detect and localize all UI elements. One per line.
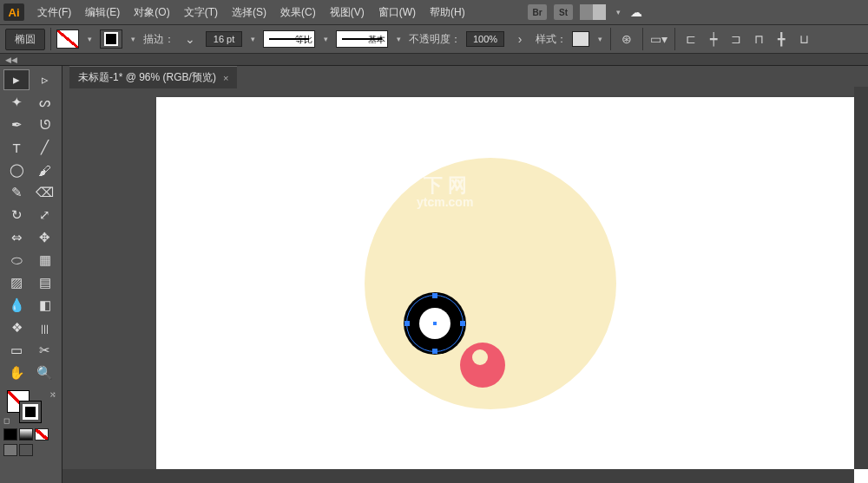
pen-tool[interactable]: ✒ (3, 114, 30, 135)
paintbrush-tool[interactable]: 🖌 (32, 160, 58, 180)
align-bottom-icon[interactable]: ⊔ (793, 29, 814, 49)
opacity-field[interactable]: 100% (466, 31, 504, 47)
opacity-dropdown-icon[interactable]: › (510, 29, 530, 49)
tool-panel: ▸ ▹ ✦ ᔕ ✒ ᘎ T ╱ ◯ 🖌 ✎ ⌫ ↻ ⤢ ⇔ ✥ ⬭ ▦ ▨ ▤ … (0, 66, 62, 483)
stroke-dropdown-icon[interactable]: ▾ (128, 35, 138, 43)
align-vcenter-icon[interactable]: ╋ (771, 29, 792, 49)
canvas-area[interactable]: 未标题-1* @ 96% (RGB/预览) × 下 网 ytcm.com (62, 66, 868, 483)
brush-dropdown-icon[interactable]: ▾ (393, 35, 404, 43)
variable-width-profile[interactable]: 等比 (263, 30, 315, 48)
fill-dropdown-icon[interactable]: ▾ (84, 35, 95, 43)
stock-icon[interactable]: St (554, 4, 573, 20)
artboard[interactable]: 下 网 ytcm.com (156, 97, 868, 483)
selection-type-label: 椭圆 (5, 29, 45, 50)
hand-tool[interactable]: ✋ (3, 362, 30, 383)
selection-handle-right[interactable] (460, 321, 465, 326)
rotate-tool[interactable]: ↻ (3, 205, 30, 225)
color-mode-gradient[interactable] (19, 428, 33, 441)
menu-object[interactable]: 对象(O) (128, 2, 175, 23)
menu-select[interactable]: 选择(S) (226, 2, 273, 23)
opacity-label: 不透明度： (409, 32, 461, 47)
swap-fill-stroke-icon[interactable]: ⤭ (49, 390, 56, 399)
artboard-tool[interactable]: ▭ (3, 340, 30, 361)
lasso-tool[interactable]: ᔕ (32, 92, 58, 113)
sync-icon[interactable]: ☁ (630, 5, 642, 19)
menu-bar: Ai 文件(F) 编辑(E) 对象(O) 文字(T) 选择(S) 效果(C) 视… (0, 0, 868, 24)
curvature-tool[interactable]: ᘎ (32, 114, 58, 135)
selection-handle-top[interactable] (432, 293, 437, 298)
width-tool[interactable]: ⇔ (3, 227, 30, 248)
horizontal-scrollbar[interactable] (62, 469, 854, 483)
graphic-style-swatch[interactable] (572, 31, 589, 47)
artwork-pink-circle[interactable] (460, 343, 505, 388)
screen-mode-full-icon[interactable] (19, 444, 33, 456)
artwork-ring-selected[interactable] (404, 292, 466, 355)
style-dropdown-icon[interactable]: ▾ (595, 35, 605, 43)
recolor-icon[interactable]: ⊛ (616, 29, 637, 49)
direct-selection-tool[interactable]: ▹ (32, 69, 58, 90)
separator (610, 28, 611, 50)
menu-effect[interactable]: 效果(C) (274, 2, 322, 23)
mesh-tool[interactable]: ▨ (3, 272, 30, 293)
close-tab-icon[interactable]: × (223, 73, 228, 83)
color-mode-row (0, 428, 62, 444)
document-tab[interactable]: 未标题-1* @ 96% (RGB/预览) × (69, 66, 237, 88)
vertical-scrollbar[interactable] (854, 87, 868, 469)
selection-handle-left[interactable] (404, 321, 410, 326)
selection-tool[interactable]: ▸ (3, 69, 30, 90)
color-mode-solid[interactable] (3, 428, 17, 441)
workspace-switcher[interactable] (580, 4, 606, 20)
color-mode-none[interactable] (35, 428, 49, 441)
type-tool[interactable]: T (3, 137, 30, 158)
stroke-weight-dropdown-icon[interactable]: ▾ (247, 35, 258, 43)
profile-dropdown-icon[interactable]: ▾ (320, 35, 331, 43)
menu-view[interactable]: 视图(V) (324, 2, 371, 23)
menu-edit[interactable]: 编辑(E) (79, 2, 126, 23)
line-tool[interactable]: ╱ (32, 137, 58, 158)
shape-builder-tool[interactable]: ⬭ (3, 250, 30, 271)
align-artboard-icon[interactable]: ▭▾ (648, 29, 669, 49)
scale-tool[interactable]: ⤢ (32, 205, 58, 225)
stroke-weight-field[interactable]: 16 pt (206, 31, 242, 47)
screen-mode-normal-icon[interactable] (3, 444, 17, 456)
eyedropper-tool[interactable]: 💧 (3, 295, 30, 316)
selection-center-icon (433, 322, 437, 325)
collapse-icon: ◀◀ (5, 55, 17, 64)
gradient-tool[interactable]: ▤ (32, 272, 58, 293)
align-left-icon[interactable]: ⊏ (681, 29, 701, 49)
separator (642, 28, 643, 50)
zoom-tool[interactable]: 🔍 (32, 362, 58, 383)
screen-mode-row (0, 444, 62, 460)
fill-stroke-indicator[interactable]: ⤭ ◻ (3, 390, 58, 425)
perspective-tool[interactable]: ▦ (32, 250, 58, 271)
blend-tool[interactable]: ◧ (32, 295, 58, 316)
eraser-tool[interactable]: ⌫ (32, 182, 58, 203)
menu-type[interactable]: 文字(T) (178, 2, 224, 23)
default-fill-stroke-icon[interactable]: ◻ (3, 416, 10, 425)
align-top-icon[interactable]: ⊓ (748, 29, 769, 49)
document-tab-title: 未标题-1* @ 96% (RGB/预览) (78, 70, 216, 85)
stroke-weight-down-icon[interactable]: ⌄ (180, 29, 201, 49)
workspace-dropdown-icon[interactable]: ▾ (613, 8, 623, 16)
brush-definition[interactable]: 基本 (336, 30, 388, 48)
control-bar: 椭圆 ▾ ▾ 描边： ⌄ 16 pt ▾ 等比 ▾ 基本 ▾ 不透明度： 100… (0, 24, 868, 54)
align-right-icon[interactable]: ⊐ (726, 29, 746, 49)
align-hcenter-icon[interactable]: ┿ (703, 29, 724, 49)
panel-dock-collapse[interactable]: ◀◀ (0, 54, 868, 66)
separator (674, 28, 675, 50)
stroke-color-icon[interactable] (19, 401, 42, 423)
free-transform-tool[interactable]: ✥ (32, 227, 58, 248)
symbol-sprayer-tool[interactable]: ❖ (3, 317, 30, 338)
bridge-icon[interactable]: Br (528, 4, 547, 20)
column-graph-tool[interactable]: ⫼ (32, 317, 58, 338)
menu-window[interactable]: 窗口(W) (372, 2, 422, 23)
selection-handle-bottom[interactable] (432, 349, 437, 354)
magic-wand-tool[interactable]: ✦ (3, 92, 30, 113)
ellipse-tool[interactable]: ◯ (3, 160, 30, 180)
menu-help[interactable]: 帮助(H) (424, 2, 471, 23)
stroke-swatch[interactable] (100, 29, 122, 49)
menu-file[interactable]: 文件(F) (31, 2, 77, 23)
pencil-tool[interactable]: ✎ (3, 182, 30, 203)
fill-swatch[interactable] (56, 29, 79, 49)
slice-tool[interactable]: ✂ (32, 340, 58, 361)
